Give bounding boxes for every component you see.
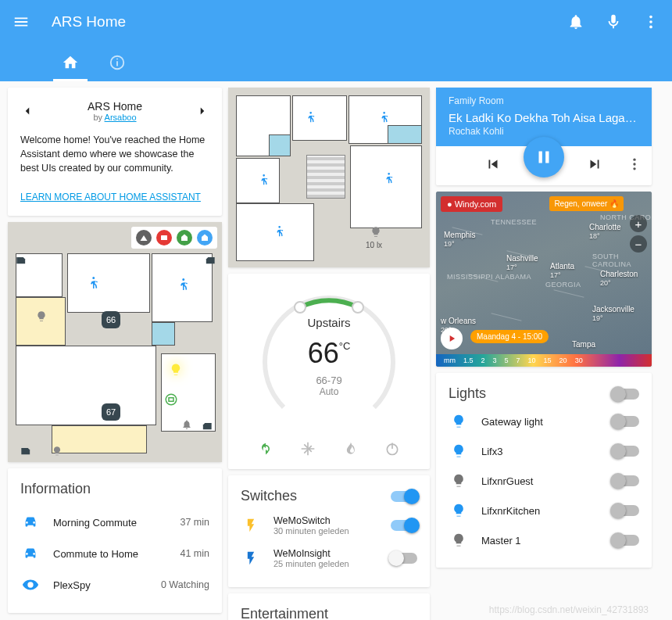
badge-home-icon[interactable] [177, 230, 192, 245]
app-bar: ARS Home [0, 0, 672, 44]
switch-toggle[interactable] [391, 553, 417, 564]
motion-icon [381, 172, 395, 186]
info-title: Information [20, 481, 209, 497]
info-value: 41 min [180, 548, 209, 559]
svg-point-16 [633, 167, 635, 170]
bell-icon[interactable] [567, 13, 584, 30]
lights-all-toggle[interactable] [613, 389, 639, 400]
light-label: Lifx3 [481, 446, 600, 457]
hvac-heat-icon[interactable] [342, 441, 358, 460]
switch-toggle[interactable] [391, 520, 417, 531]
zoom-out-icon[interactable]: − [630, 235, 647, 253]
information-card: Information Morning Commute 37 min Commu… [8, 468, 222, 613]
hvac-cool-icon[interactable] [300, 441, 316, 460]
light-toggle[interactable] [613, 416, 639, 427]
floorplan-lower-card[interactable]: 66 67 [8, 222, 222, 462]
bulb-icon[interactable] [169, 363, 183, 377]
stairs [306, 155, 345, 199]
camera-icon-4[interactable] [198, 419, 214, 435]
camera-icon-3[interactable] [19, 444, 34, 460]
switches-title: Switches [241, 488, 297, 504]
svg-point-1 [649, 20, 652, 23]
info-label: Commute to Home [53, 548, 167, 560]
lights-card: Lights Gateway lightLifx3LifxnrGuestLifx… [436, 373, 652, 568]
svg-point-11 [352, 302, 363, 313]
cast-icon[interactable] [164, 392, 178, 407]
thermostat-pill-1[interactable]: 66 [102, 311, 120, 328]
app-title: ARS Home [52, 13, 126, 30]
lightbulb-icon [449, 503, 469, 518]
switch-name: WeMoSwitch [273, 515, 378, 526]
motion-icon [272, 225, 286, 239]
bell-sm-icon[interactable] [180, 418, 194, 432]
chevron-right-icon[interactable] [195, 104, 209, 118]
tab-info[interactable] [94, 44, 141, 81]
hvac-auto-icon[interactable] [258, 441, 273, 460]
map-state: TENNESSEE [491, 218, 537, 226]
switch-name: WeMoInsight [273, 548, 378, 559]
bulb-grey-icon[interactable] [34, 310, 48, 324]
light-label: Gateway light [481, 416, 600, 428]
svg-rect-6 [161, 235, 167, 240]
map-state: ALABAMA [495, 273, 531, 281]
light-toggle[interactable] [613, 535, 639, 546]
pause-button[interactable] [524, 137, 564, 177]
light-toggle[interactable] [613, 505, 639, 516]
floorplan-upper-card[interactable]: 10 lx [228, 88, 430, 267]
camera-icon-2[interactable] [202, 253, 217, 269]
motion-icon [86, 277, 100, 291]
windy-card[interactable]: TENNESSEENORTH CAROSOUTH CAROLINAALABAMA… [436, 192, 652, 367]
light-label: LifxnrGuest [481, 475, 600, 487]
thermo-mode: Auto [255, 386, 403, 397]
media-room: Family Room [449, 95, 639, 106]
badge-mountain-icon[interactable] [136, 230, 152, 245]
chevron-left-icon[interactable] [20, 104, 34, 118]
windy-time-chip[interactable]: Maandag 4 - 15:00 [470, 330, 549, 343]
prev-track-icon[interactable] [484, 156, 502, 176]
learn-more-link[interactable]: LEARN MORE ABOUT HOME ASSISTANT [20, 192, 201, 202]
intro-card: ARS Home by Arsaboo Welcome home! You've… [8, 88, 222, 216]
lightbulb-icon [449, 443, 469, 459]
windy-layer-pill[interactable]: Regen, onweer 🔥 [549, 196, 624, 211]
media-player-card: Family Room Ek Ladki Ko Dekha Toh Aisa L… [436, 88, 652, 185]
next-track-icon[interactable] [586, 156, 603, 176]
light-toggle[interactable] [613, 446, 639, 457]
windy-play-icon[interactable] [441, 328, 463, 349]
thermostat-pill-2[interactable]: 67 [102, 403, 120, 421]
map-city: Tampa [572, 340, 595, 349]
mic-icon[interactable] [605, 13, 622, 30]
thermostat-card[interactable]: Upstairs 66°C 66-79 Auto [228, 274, 430, 469]
media-more-icon[interactable] [627, 156, 642, 175]
car-icon [20, 514, 41, 531]
hvac-off-icon[interactable] [384, 441, 400, 460]
badge-home2-icon[interactable] [197, 230, 213, 245]
switch-row: WeMoSwitch30 minuten geleden [241, 509, 417, 542]
badge-tv-icon[interactable] [156, 230, 172, 245]
zoom-in-icon[interactable]: + [630, 215, 647, 232]
thermo-range: 66-79 [255, 375, 403, 386]
info-value: 0 Watching [161, 579, 209, 590]
camera-icon[interactable] [14, 253, 30, 269]
intro-byline: by Arsaboo [88, 113, 142, 122]
light-label: LifxnrKitchen [481, 505, 600, 517]
windy-brand: ● Windy.com [441, 196, 502, 212]
light-row: LifxnrGuest [449, 466, 639, 496]
bulb-grey-icon-2[interactable] [50, 444, 64, 458]
switch-sub: 30 minuten geleden [273, 526, 378, 536]
menu-icon[interactable] [13, 13, 30, 30]
more-icon[interactable] [642, 13, 659, 30]
entertainment-title: Entertainment [241, 606, 417, 620]
switch-all-toggle[interactable] [391, 491, 417, 502]
intro-author-link[interactable]: Arsaboo [105, 113, 137, 122]
tab-strip [0, 44, 672, 81]
flash-icon [241, 518, 261, 533]
bulb-grey-icon[interactable] [369, 225, 383, 239]
switch-sub: 25 minuten geleden [273, 559, 378, 568]
thermo-temp: 66°C [255, 337, 403, 370]
map-state: SOUTH CAROLINA [592, 253, 652, 268]
light-toggle[interactable] [613, 475, 639, 486]
thermo-zone: Upstairs [255, 316, 403, 329]
svg-point-0 [649, 16, 652, 19]
tab-home[interactable] [47, 44, 94, 81]
motion-icon [377, 111, 391, 125]
